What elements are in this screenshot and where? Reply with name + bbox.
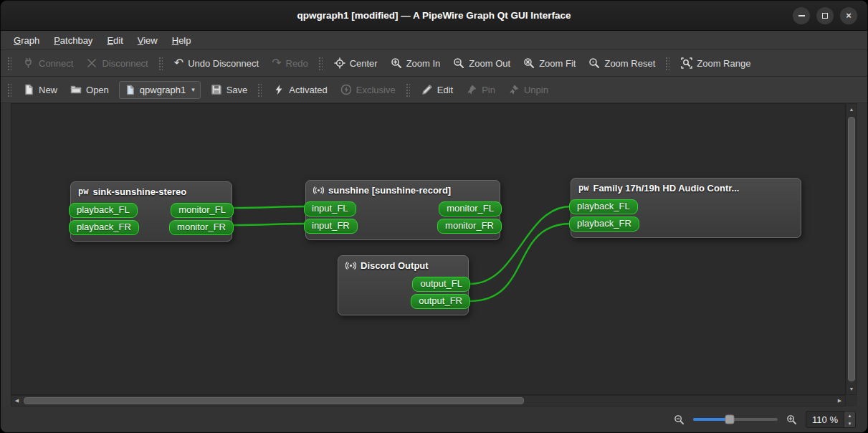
title-bar[interactable]: qpwgraph1 [modified] — A PipeWire Graph … [1,1,867,31]
patchbay-file-icon [125,85,135,95]
new-label: New [39,85,57,95]
menu-help-label: elp [178,35,191,46]
zoom-fit-label: Zoom Fit [539,58,576,69]
open-label: Open [86,85,109,95]
node-discord-output[interactable]: Discord Output output_FL output_FR [338,255,469,315]
scroll-right-icon: ▶ [838,398,841,404]
graph-canvas[interactable]: pw sink-sunshine-stereo playback_FL moni… [11,103,846,395]
activated-button[interactable]: Activated [267,79,333,100]
port-monitor-fr[interactable]: monitor_FR [437,219,502,234]
menu-patchbay[interactable]: Patchbay [47,32,100,49]
new-button[interactable]: New [16,79,64,100]
pin-button: Pin [459,79,502,100]
minimize-button[interactable] [793,7,810,24]
vertical-scroll-thumb[interactable] [848,117,855,381]
port-output-fl[interactable]: output_FL [412,277,470,292]
zoom-range-label: Zoom Range [697,58,750,69]
port-monitor-fl[interactable]: monitor_FL [439,201,502,217]
connection-monitor-fr-input-fr[interactable] [234,224,305,225]
menu-bar: Graph Patchbay Edit View Help [1,31,867,50]
zoom-reset-icon [588,57,600,69]
unpin-button: Unpin [502,79,555,100]
port-row: playback_FL monitor_FL [71,203,232,218]
scroll-down-button[interactable]: ▼ [846,384,857,394]
edit-button[interactable]: Edit [415,79,459,100]
media-node-icon [313,185,324,196]
center-button[interactable]: Center [328,52,384,74]
undo-disconnect-button[interactable]: ↶ Undo Disconnect [168,52,265,74]
menu-graph-label: raph [21,35,39,46]
menu-graph[interactable]: Graph [6,32,47,49]
zoom-slider[interactable] [693,418,778,421]
vertical-scrollbar[interactable]: ▲ ▼ [846,103,857,395]
node-sunshine-record[interactable]: sunshine [sunshine-record] input_FL moni… [305,180,500,240]
patchbay-select[interactable]: qpwgraph1 ▾ [119,81,201,99]
port-input-fl[interactable]: input_FL [304,201,356,217]
scroll-right-button[interactable]: ▶ [834,396,845,406]
zoom-spinbox[interactable]: 110 % ▲ ▼ [806,411,856,428]
port-playback-fl[interactable]: playback_FL [569,199,638,214]
pin-icon [466,84,477,95]
port-input-fr[interactable]: input_FR [304,219,358,234]
zoom-in-label: Zoom In [406,58,441,69]
node-family-hd-audio[interactable]: pw Family 17h/19h HD Audio Contr... play… [571,178,801,238]
zoom-in-icon [391,57,402,69]
zoom-out-label: Zoom Out [469,58,510,69]
horizontal-scrollbar[interactable]: ◀ ▶ [11,395,846,406]
port-output-fr[interactable]: output_FR [411,294,470,309]
new-file-icon [23,84,34,95]
scroll-up-button[interactable]: ▲ [846,104,857,115]
exclusive-button: Exclusive [334,79,402,100]
menu-help[interactable]: Help [165,32,199,49]
zoom-reset-button[interactable]: Zoom Reset [582,52,662,74]
node-sink-sunshine-stereo[interactable]: pw sink-sunshine-stereo playback_FL moni… [70,181,232,242]
menu-view[interactable]: View [130,32,165,49]
zoom-spin-up-button[interactable]: ▲ [844,411,855,419]
toolbar-handle[interactable] [318,56,323,70]
close-button[interactable]: × [840,7,857,24]
node-title-text: sunshine [sunshine-record] [328,185,451,196]
port-playback-fr[interactable]: playback_FR [69,220,139,235]
zoom-in-button[interactable]: Zoom In [384,52,447,74]
toolbar-handle[interactable] [6,82,11,97]
horizontal-scroll-track[interactable] [22,396,834,406]
port-monitor-fl[interactable]: monitor_FL [171,203,234,218]
zoom-fit-button[interactable]: Zoom Fit [517,52,582,74]
menu-edit-label: dit [113,35,123,46]
scroll-left-button[interactable]: ◀ [11,396,22,406]
zoom-out-icon [674,414,685,425]
open-button[interactable]: Open [64,79,115,100]
disconnect-icon [86,57,97,69]
spin-down-icon: ▼ [848,422,852,426]
port-row: playback_FL [571,199,801,214]
port-playback-fl[interactable]: playback_FL [69,203,138,218]
menu-edit[interactable]: Edit [100,32,130,49]
port-playback-fr[interactable]: playback_FR [569,217,639,232]
connection-monitor-fl-input-fl[interactable] [234,206,305,208]
port-monitor-fr[interactable]: monitor_FR [169,220,234,235]
connect-button: Connect [16,52,80,74]
save-button[interactable]: Save [204,79,254,100]
node-title: pw sink-sunshine-stereo [71,182,232,201]
scroll-left-icon: ◀ [15,398,19,404]
graph-view: pw sink-sunshine-stereo playback_FL moni… [11,103,857,406]
toolbar-handle[interactable] [158,56,163,70]
maximize-button[interactable] [816,7,834,24]
zoom-out-button[interactable]: Zoom Out [447,52,517,74]
toolbar-handle[interactable] [664,56,669,70]
pin-label: Pin [482,85,495,95]
connect-icon [23,57,34,69]
horizontal-scroll-thumb[interactable] [24,397,524,404]
redo-button: ↷ Redo [265,52,314,74]
zoom-value[interactable]: 110 % [806,411,844,427]
toolbar-handle[interactable] [405,82,410,97]
zoom-slider-handle[interactable] [725,415,734,424]
activated-bolt-icon [273,84,285,95]
pipewire-icon: pw [78,186,88,196]
zoom-spin-down-button[interactable]: ▼ [844,419,855,427]
toolbar-handle[interactable] [257,82,262,97]
zoom-range-button[interactable]: Zoom Range [674,52,757,74]
patchbay-select-value: qpwgraph1 [140,85,186,95]
center-icon [334,57,345,69]
toolbar-handle[interactable] [6,56,11,70]
